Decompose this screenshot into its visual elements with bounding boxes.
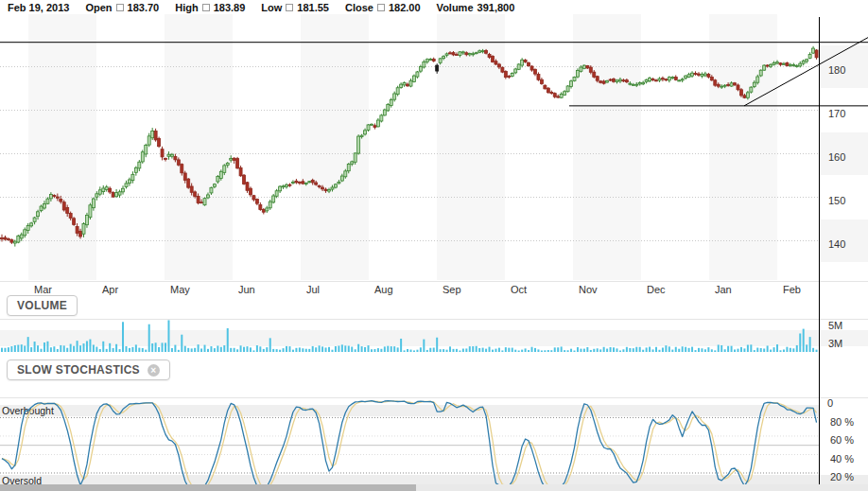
volume-indicator-label: VOLUME [17, 299, 67, 312]
month-label: Nov [579, 284, 598, 295]
month-label: Oct [511, 284, 527, 295]
price-tick-label: 160 [828, 151, 845, 163]
volume-indicator-button[interactable]: VOLUME [7, 295, 78, 316]
volume-stripe [0, 330, 868, 346]
candles [1, 46, 819, 247]
price-gridlines [0, 67, 819, 241]
month-label: Apr [102, 284, 118, 295]
month-label: Feb [783, 284, 801, 295]
stoch-gridlines [0, 417, 819, 473]
field-value: 182.00 [389, 2, 421, 13]
stoch-tick-label: 80 % [830, 416, 854, 428]
stoch-tick-label: 20 % [830, 471, 854, 482]
stoch-bottom-band [0, 475, 868, 484]
header-date: Feb 19, 2013 [8, 2, 69, 13]
ohlc-field: Volume391,800 [437, 2, 515, 13]
month-label: Sep [443, 284, 461, 295]
overbought-band [0, 405, 819, 416]
stochastics-indicator-label: SLOW STOCHASTICS [17, 363, 140, 377]
month-label: May [170, 284, 190, 295]
month-label: Aug [374, 284, 393, 295]
field-label: Close [345, 2, 373, 13]
month-label: Jan [715, 284, 732, 295]
field-value: 181.55 [297, 2, 329, 13]
stoch-tick-label: 60 % [830, 434, 854, 446]
ohlc-field: Close182.00 [345, 2, 421, 13]
month-label: Dec [647, 284, 666, 295]
month-label: Jul [306, 284, 320, 295]
field-label: High [175, 2, 198, 13]
close-icon[interactable]: × [148, 364, 160, 377]
stoch-tick-label: 40 % [830, 453, 854, 465]
price-tick-label: 170 [828, 108, 845, 119]
ohlc-header: Feb 19, 2013 Open183.70High183.89Low181.… [0, 0, 514, 15]
field-label: Volume [437, 2, 474, 13]
scrollbar-thumb[interactable] [0, 484, 416, 491]
field-value: 183.89 [214, 2, 246, 13]
field-value: 183.70 [128, 2, 160, 13]
field-label: Low [261, 2, 282, 13]
field-value: 391,800 [477, 2, 515, 13]
swatch-icon [202, 4, 210, 11]
month-bands [28, 14, 777, 280]
swatch-icon [286, 4, 293, 11]
horizontal-scrollbar[interactable] [0, 484, 868, 491]
swatch-icon [377, 4, 385, 11]
month-label: Jun [238, 284, 255, 295]
volume-tick-label: 5M [828, 320, 842, 331]
ohlc-field: Open183.70 [85, 2, 159, 13]
stoch-tick-label: 0 [827, 397, 833, 409]
volume-tick-label: 3M [828, 338, 842, 349]
price-tick-label: 150 [828, 195, 845, 206]
price-tick-label: 140 [828, 238, 845, 250]
price-tick-label: 180 [828, 64, 845, 76]
field-label: Open [85, 2, 112, 13]
ohlc-field: Low181.55 [261, 2, 329, 13]
month-label: Mar [34, 284, 52, 295]
swatch-icon [116, 4, 124, 11]
ohlc-field: High183.89 [175, 2, 245, 13]
chart-canvas: 180170160150140MarAprMayJunJulAugSepOctN… [0, 0, 868, 491]
stochastics-indicator-button[interactable]: SLOW STOCHASTICS × [7, 359, 170, 380]
